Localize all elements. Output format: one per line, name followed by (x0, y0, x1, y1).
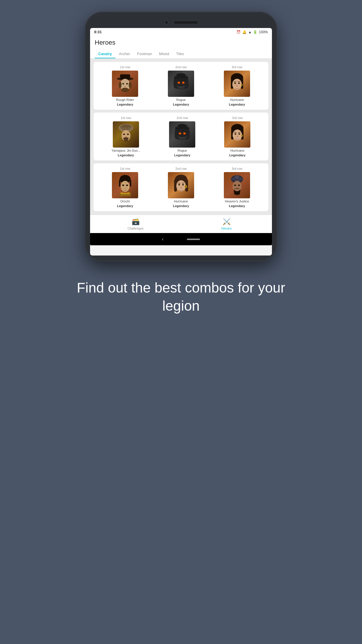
svg-point-42 (233, 130, 242, 141)
svg-point-6 (122, 83, 124, 85)
hero-rarity: Legendary (229, 204, 245, 208)
svg-point-18 (232, 79, 242, 90)
svg-point-32 (125, 136, 127, 137)
hero-name: Rough Rider (116, 98, 134, 102)
hero-card-3: 1st row (94, 163, 268, 211)
svg-point-8 (124, 86, 126, 87)
svg-rect-1 (120, 74, 130, 79)
back-button[interactable]: ‹ (162, 237, 164, 242)
row-label: 1st row (120, 65, 130, 69)
android-nav-bar: ‹ (90, 233, 272, 245)
nav-heroes[interactable]: ⚔️ Heroes (181, 215, 272, 233)
hero-portrait-rogue[interactable] (168, 71, 194, 97)
tab-bar: Cavalry Archer Footman Mixed Tiles (95, 49, 267, 58)
hero-portrait-orochi[interactable] (112, 172, 138, 198)
tab-footman[interactable]: Footman (133, 49, 155, 58)
svg-point-3 (119, 81, 122, 88)
alarm-icon: ⏰ (236, 30, 241, 34)
home-pill[interactable] (187, 239, 200, 240)
hero-rarity: Legendary (173, 204, 189, 208)
svg-point-58 (182, 184, 184, 186)
hero-slot[interactable]: 3rd row (224, 167, 250, 208)
hero-portrait-hurricane-3[interactable] (168, 172, 194, 198)
row-label: 2nd row (177, 116, 188, 120)
content-area: 1st row (90, 58, 272, 215)
phone-top-bar (90, 18, 272, 28)
hero-name: Orochi (120, 200, 130, 203)
svg-point-47 (121, 181, 130, 192)
hero-slot[interactable]: 3rd row (224, 65, 250, 106)
hero-slot[interactable]: 1st row (112, 116, 140, 157)
hero-name: Hurricane (174, 200, 188, 203)
hero-portrait-yamajara[interactable] (113, 121, 139, 148)
battery-icon: 🔋 (253, 30, 257, 34)
hero-rarity: Legendary (118, 153, 134, 157)
hero-name: Hurricane (231, 149, 245, 152)
nav-challenges[interactable]: 🗃️ Challenges (90, 215, 181, 233)
hero-rarity: Legendary (174, 153, 191, 157)
hero-slot[interactable]: 1st row (112, 65, 138, 106)
svg-point-12 (178, 82, 179, 83)
hero-rarity: Legendary (229, 153, 246, 157)
svg-point-43 (235, 133, 236, 135)
row-label: 3rd row (232, 116, 243, 120)
heroes-icon: ⚔️ (223, 218, 231, 225)
volume-icon: 🔔 (242, 30, 247, 34)
svg-point-61 (235, 176, 239, 178)
status-icons: ⏰ 🔔 ▲ 🔋 100% (236, 30, 268, 34)
hero-slot[interactable]: 3rd row (224, 116, 250, 157)
hero-rarity: Legendary (229, 103, 245, 106)
svg-point-45 (241, 135, 243, 136)
row-label: 1st row (121, 116, 131, 120)
status-time: 8:31 (94, 30, 102, 34)
svg-point-49 (126, 185, 128, 186)
svg-point-19 (234, 83, 236, 84)
hero-slot[interactable]: 2nd row (168, 167, 194, 208)
hero-name: Heaven's Justice (225, 200, 249, 203)
hero-name: Yamajara: Jin-Suo... (112, 149, 140, 152)
hero-slot[interactable]: 1st row (112, 167, 138, 208)
tab-archer[interactable]: Archer (115, 49, 133, 58)
svg-point-25 (124, 127, 127, 130)
tab-mixed[interactable]: Mixed (156, 49, 173, 58)
tab-cavalry[interactable]: Cavalry (95, 49, 115, 58)
heroes-label: Heroes (221, 227, 231, 230)
svg-point-48 (122, 185, 124, 186)
phone-screen: 8:31 ⏰ 🔔 ▲ 🔋 100% Heroes Cavalry Archer … (90, 28, 272, 256)
svg-rect-52 (130, 180, 131, 187)
hero-portrait-hurricane[interactable] (224, 71, 250, 97)
svg-point-29 (127, 134, 129, 135)
svg-point-4 (129, 81, 131, 88)
bottom-tagline: Find out the best combos for your legion (50, 279, 312, 315)
svg-rect-51 (119, 180, 120, 187)
status-bar: 8:31 ⏰ 🔔 ▲ 🔋 100% (90, 28, 272, 36)
challenges-label: Challenges (127, 227, 143, 230)
hero-slot[interactable]: 2nd row (168, 65, 194, 106)
hero-card-2: 1st row (94, 113, 268, 160)
svg-point-44 (238, 133, 240, 135)
svg-point-28 (123, 134, 125, 135)
svg-point-26 (128, 127, 131, 130)
tab-tiles[interactable]: Tiles (173, 49, 187, 58)
challenges-icon: 🗃️ (132, 218, 140, 225)
hero-portrait-rough-rider[interactable] (112, 71, 138, 97)
row-label: 2nd row (175, 65, 187, 69)
hero-slot[interactable]: 2nd row (169, 116, 195, 157)
hero-portrait-hurricane-2[interactable] (224, 121, 250, 148)
svg-point-31 (124, 139, 128, 141)
svg-point-50 (124, 188, 126, 189)
hero-portrait-rogue-2[interactable] (169, 121, 195, 148)
svg-point-24 (121, 127, 124, 130)
hero-portrait-heavens-justice[interactable] (224, 172, 250, 198)
battery-percent: 100% (259, 30, 268, 34)
row-label: 3rd row (232, 65, 242, 69)
hero-name: Rogue (176, 98, 186, 102)
bottom-nav: 🗃️ Challenges ⚔️ Heroes (90, 215, 272, 233)
app-header: Heroes Cavalry Archer Footman Mixed Tile… (90, 36, 272, 58)
hero-rarity: Legendary (117, 103, 133, 106)
hero-rarity: Legendary (173, 103, 189, 106)
wifi-icon: ▲ (248, 30, 252, 34)
svg-point-63 (234, 185, 236, 186)
phone-speaker (174, 21, 198, 24)
hero-name: Rogue (178, 149, 187, 152)
